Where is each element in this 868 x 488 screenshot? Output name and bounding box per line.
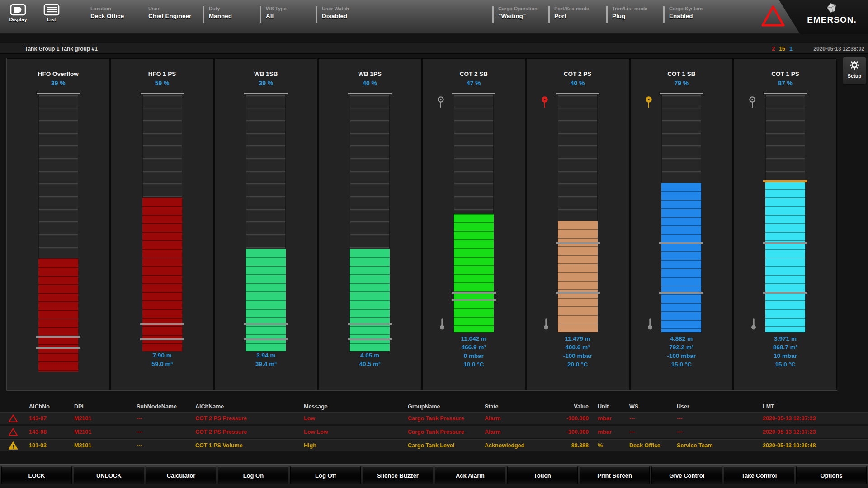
- alarm-row[interactable]: 143-07 M2101 --- COT 2 PS Pressure Low C…: [0, 412, 868, 424]
- tank-panel-cot-1-sb[interactable]: COT 1 SB 79 % 4.882 m 792.2 m³ -100 mbar…: [631, 59, 733, 390]
- value-pressure: -100 mbar: [631, 352, 733, 360]
- touch-button[interactable]: Touch: [507, 466, 578, 484]
- field-location: Location Deck Office: [90, 6, 124, 19]
- tank-values: 4.882 m 792.2 m³ -100 mbar 15.0 °C: [631, 334, 733, 369]
- thermometer-icon: [543, 318, 549, 330]
- print-screen-button[interactable]: Print Screen: [580, 466, 650, 484]
- tank-name: HFO Overflow: [7, 70, 109, 77]
- field-user-watch: User Watch Disabled: [322, 6, 349, 19]
- value-temperature: 10.0 °C: [423, 360, 525, 369]
- col-unit: Unit: [595, 404, 627, 410]
- give-control-button[interactable]: Give Control: [651, 466, 722, 484]
- gauge-track: [661, 95, 701, 332]
- tank-values: 11.042 m 466.9 m³ 0 mbar 10.0 °C: [423, 334, 525, 369]
- col-value: Value: [552, 404, 595, 410]
- tank-name: COT 1 SB: [631, 70, 733, 77]
- gauge-fill: [38, 258, 78, 372]
- alarm-count-info: 1: [789, 46, 793, 52]
- gauge-fill: [454, 214, 494, 333]
- hmi-screen: Display List Location Deck Office User C…: [0, 0, 868, 488]
- gauge-fill: [246, 249, 286, 351]
- tank-percent: 79 %: [631, 80, 733, 87]
- tank-panel-cot-2-sb[interactable]: COT 2 SB 47 % 11.042 m 466.9 m³ 0 mbar 1…: [423, 59, 525, 390]
- col-ws: WS: [627, 404, 674, 410]
- alarm-pin-icon: [541, 96, 548, 108]
- value-level: 3.971 m: [734, 334, 836, 343]
- gauge-fill: [765, 180, 805, 332]
- gauge-fill: [350, 249, 390, 351]
- gauge-cap: [244, 93, 288, 94]
- silence-buzzer-button[interactable]: Silence Buzzer: [363, 466, 433, 484]
- thermometer-icon: [647, 318, 653, 330]
- take-control-button[interactable]: Take Control: [724, 466, 794, 484]
- tank-values: 4.05 m 40.5 m³: [319, 351, 421, 368]
- tank-percent: 39 %: [7, 80, 109, 87]
- alarm-triangle-icon: [8, 427, 18, 436]
- tank-panel-hfo-1-ps[interactable]: HFO 1 PS 59 % 7.90 m 59.0 m³: [111, 59, 213, 390]
- alarm-counters[interactable]: 2161: [768, 46, 793, 52]
- field-port-sea-mode: Port/Sea mode Port: [554, 6, 589, 19]
- limit-marker: [452, 299, 496, 301]
- unlock-button[interactable]: UNLOCK: [74, 466, 144, 484]
- value-volume: 59.0 m³: [111, 360, 213, 368]
- system-datetime: 2020-05-13 12:38:02: [813, 46, 864, 52]
- tank-panel-cot-2-ps[interactable]: COT 2 PS 40 % 11.479 m 400.6 m³ -100 mba…: [527, 59, 629, 390]
- value-volume: 40.5 m³: [319, 360, 421, 368]
- value-level: 11.479 m: [527, 334, 629, 343]
- tank-group-title: Tank Group 1 Tank group #1: [25, 46, 98, 52]
- tank-name: HFO 1 PS: [111, 70, 213, 77]
- setup-button[interactable]: Setup: [843, 57, 866, 85]
- tank-panel-wb-1ps[interactable]: WB 1PS 40 % 4.05 m 40.5 m³: [319, 59, 421, 390]
- limit-marker: [452, 292, 496, 294]
- tank-panel-cot-1-ps[interactable]: COT 1 PS 87 % 3.971 m 868.7 m³ 10 mbar 1…: [734, 59, 836, 390]
- tank-values: 11.479 m 400.6 m³ -100 mbar 20.0 °C: [527, 334, 629, 369]
- list-button[interactable]: List: [39, 4, 64, 22]
- lock-button[interactable]: LOCK: [1, 466, 72, 484]
- gauge-cap: [141, 93, 184, 94]
- value-level: 7.90 m: [111, 351, 213, 360]
- gauge-fill: [142, 197, 182, 351]
- status-bar: Tank Group 1 Tank group #1 2161 2020-05-…: [0, 43, 868, 54]
- field-ws-type: WS Type All: [266, 6, 287, 19]
- ack-alarm-button[interactable]: Ack Alarm: [435, 466, 505, 484]
- gauge-cap: [556, 93, 599, 94]
- value-volume: 466.9 m³: [423, 343, 525, 352]
- col-alchname: AlChName: [193, 404, 301, 410]
- gauge-cap: [37, 93, 80, 94]
- log-off-button[interactable]: Log Off: [290, 466, 361, 484]
- tank-panel-hfo-overflow[interactable]: HFO Overflow 39 %: [7, 59, 109, 390]
- tank-values: 7.90 m 59.0 m³: [111, 351, 213, 368]
- tank-panel-wb-1sb[interactable]: WB 1SB 39 % 3.94 m 39.4 m³: [215, 59, 317, 390]
- limit-marker: [348, 323, 392, 325]
- brand-name: EMERSON.: [802, 15, 862, 25]
- col-lmt: LMT: [760, 404, 868, 410]
- options-button[interactable]: Options: [796, 466, 867, 484]
- tank-values: 3.971 m 868.7 m³ 10 mbar 15.0 °C: [734, 334, 836, 369]
- tank-percent: 87 %: [734, 80, 836, 87]
- col-user: User: [674, 404, 760, 410]
- alarm-pin-icon: [437, 96, 444, 108]
- alarm-row[interactable]: 143-08 M2101 --- COT 2 PS Pressure Low L…: [0, 426, 868, 438]
- emerson-logo: EMERSON.: [802, 3, 862, 25]
- gauge-track: [38, 95, 78, 372]
- tank-percent: 47 %: [423, 80, 525, 87]
- limit-marker: [763, 292, 807, 294]
- field-duty: Duty Manned: [209, 6, 232, 19]
- limit-marker: [348, 338, 392, 340]
- value-pressure: 10 mbar: [734, 352, 836, 360]
- emerson-diamond-icon: [825, 1, 839, 14]
- alarm-row[interactable]: 101-03 M2101 --- COT 1 PS Volume High Ca…: [0, 439, 868, 451]
- limit-marker: [36, 347, 80, 349]
- limit-marker: [244, 338, 288, 340]
- log-on-button[interactable]: Log On: [218, 466, 288, 484]
- calculator-button[interactable]: Calculator: [146, 466, 217, 484]
- display-button[interactable]: Display: [5, 4, 31, 22]
- gauge-track: [765, 95, 805, 332]
- limit-marker: [244, 323, 288, 325]
- value-pressure: -100 mbar: [527, 352, 629, 360]
- field-cargo-operation: Cargo Operation "Waiting": [498, 6, 538, 19]
- alarm-count-active: 2: [772, 46, 775, 52]
- thermometer-icon: [439, 318, 445, 330]
- value-temperature: 20.0 °C: [527, 360, 629, 369]
- alarm-triangle-icon[interactable]: [760, 5, 786, 28]
